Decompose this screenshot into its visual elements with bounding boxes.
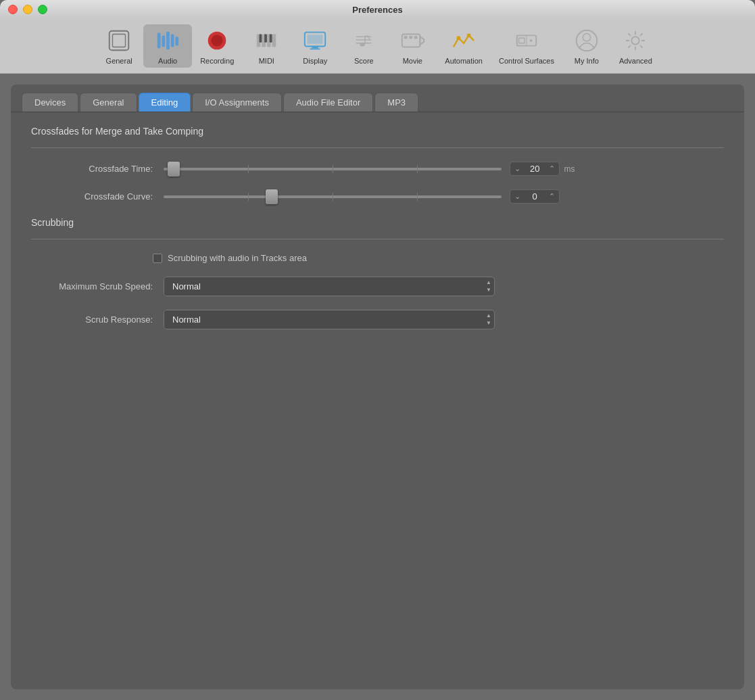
- svg-rect-25: [402, 34, 420, 47]
- tab-mp3[interactable]: MP3: [374, 93, 418, 112]
- tab-general[interactable]: General: [80, 93, 137, 112]
- toolbar-item-audio[interactable]: Audio: [143, 24, 192, 68]
- window-title: Preferences: [352, 5, 402, 15]
- toolbar-item-advanced[interactable]: Advanced: [611, 24, 660, 68]
- my-info-label: My Info: [575, 57, 599, 65]
- toolbar-item-recording[interactable]: Recording: [192, 24, 242, 68]
- automation-label: Automation: [445, 57, 483, 65]
- display-label: Display: [303, 57, 327, 65]
- svg-point-31: [467, 34, 471, 38]
- toolbar-item-display[interactable]: Display: [291, 24, 339, 68]
- toolbar-item-general[interactable]: General: [95, 24, 143, 68]
- toolbar-item-score[interactable]: Score: [339, 24, 388, 68]
- tab-devices[interactable]: Devices: [22, 93, 78, 112]
- tick: [333, 193, 333, 201]
- crossfade-time-up[interactable]: ⌃: [545, 164, 559, 174]
- toolbar-item-my-info[interactable]: My Info: [562, 24, 611, 68]
- movie-label: Movie: [403, 57, 422, 65]
- svg-rect-4: [166, 32, 170, 50]
- tick: [248, 165, 249, 173]
- crossfade-time-label: Crossfade Time:: [45, 164, 153, 174]
- scrubbing-checkbox[interactable]: [153, 254, 162, 263]
- crossfade-curve-down[interactable]: ⌄: [510, 191, 525, 202]
- display-icon: [301, 27, 328, 54]
- scrubbing-title: Scrubbing: [31, 217, 724, 228]
- my-info-icon: [573, 27, 600, 54]
- window-controls: [8, 5, 47, 14]
- max-scrub-speed-value: Normal: [164, 277, 483, 296]
- max-scrub-speed-row: Maximum Scrub Speed: Normal ▲ ▼: [31, 277, 724, 296]
- svg-rect-28: [410, 36, 413, 39]
- audio-label: Audio: [158, 57, 177, 65]
- max-scrub-speed-label: Maximum Scrub Speed:: [45, 281, 153, 291]
- svg-point-8: [212, 34, 223, 46]
- max-scrub-speed-arrows[interactable]: ▲ ▼: [483, 279, 494, 293]
- svg-rect-12: [272, 34, 276, 47]
- svg-rect-14: [264, 34, 267, 43]
- toolbar-item-midi[interactable]: MIDI: [242, 24, 291, 68]
- svg-rect-27: [404, 36, 408, 39]
- svg-rect-2: [157, 33, 161, 49]
- crossfades-title: Crossfades for Merge and Take Comping: [31, 126, 724, 137]
- automation-icon: [450, 27, 477, 54]
- tick: [417, 193, 418, 201]
- chevron-up-icon: ▲: [486, 279, 491, 286]
- advanced-label: Advanced: [619, 57, 652, 65]
- svg-rect-5: [171, 34, 174, 47]
- svg-rect-29: [414, 36, 418, 39]
- settings-panel: Devices General Editing I/O Assignments …: [11, 85, 744, 689]
- crossfade-curve-slider-container: [164, 195, 502, 198]
- crossfade-time-thumb[interactable]: [168, 162, 180, 177]
- close-button[interactable]: [8, 5, 18, 14]
- midi-label: MIDI: [259, 57, 274, 65]
- tick: [248, 193, 249, 201]
- toolbar-item-movie[interactable]: Movie: [388, 24, 437, 68]
- minimize-button[interactable]: [23, 5, 32, 14]
- scrub-response-arrows[interactable]: ▲ ▼: [483, 312, 494, 326]
- max-scrub-speed-select[interactable]: Normal ▲ ▼: [164, 277, 495, 296]
- recording-label: Recording: [200, 57, 234, 65]
- crossfades-section: Crossfades for Merge and Take Comping Cr…: [31, 126, 724, 204]
- crossfade-curve-stepper: ⌄ 0 ⌃: [510, 189, 560, 204]
- svg-marker-26: [420, 37, 424, 44]
- crossfade-time-track[interactable]: [164, 168, 502, 170]
- crossfade-curve-row: Crossfade Curve:: [31, 189, 724, 204]
- chevron-up-icon: ▲: [486, 312, 491, 319]
- toolbar-item-control-surfaces[interactable]: Control Surfaces: [491, 24, 562, 68]
- recording-icon: [203, 27, 230, 54]
- svg-point-39: [632, 37, 639, 44]
- maximize-button[interactable]: [38, 5, 47, 14]
- tab-audio-file-editor[interactable]: Audio File Editor: [283, 93, 373, 112]
- tabs-bar: Devices General Editing I/O Assignments …: [11, 85, 744, 112]
- general-icon: [105, 27, 132, 54]
- score-label: Score: [354, 57, 374, 65]
- svg-rect-6: [176, 37, 179, 45]
- movie-icon: [399, 27, 426, 54]
- scrubbing-checkbox-label: Scrubbing with audio in Tracks area: [168, 253, 307, 263]
- scrub-response-row: Scrub Response: Normal ▲ ▼: [31, 310, 724, 329]
- crossfade-time-down[interactable]: ⌄: [510, 164, 525, 174]
- tick: [417, 165, 418, 173]
- tab-editing[interactable]: Editing: [139, 93, 191, 112]
- svg-point-38: [583, 34, 590, 41]
- crossfade-curve-up[interactable]: ⌃: [545, 191, 559, 202]
- crossfade-time-stepper-box: ⌄ 20 ⌃: [510, 162, 560, 176]
- title-bar: Preferences: [0, 0, 755, 19]
- editing-tab-content: Crossfades for Merge and Take Comping Cr…: [11, 112, 744, 356]
- toolbar-item-automation[interactable]: Automation: [437, 24, 491, 68]
- crossfade-curve-thumb[interactable]: [266, 189, 278, 204]
- svg-rect-19: [310, 48, 320, 49]
- svg-rect-17: [308, 34, 323, 43]
- chevron-down-icon: ▼: [486, 320, 491, 327]
- content-area: Devices General Editing I/O Assignments …: [0, 74, 755, 700]
- crossfade-curve-stepper-box: ⌄ 0 ⌃: [510, 189, 560, 204]
- tab-io-assignments[interactable]: I/O Assignments: [192, 93, 282, 112]
- scrub-response-select[interactable]: Normal ▲ ▼: [164, 310, 495, 329]
- crossfade-curve-track[interactable]: [164, 195, 502, 198]
- control-surfaces-icon: [513, 27, 540, 54]
- svg-rect-18: [312, 47, 319, 49]
- crossfade-curve-label: Crossfade Curve:: [45, 191, 153, 202]
- svg-rect-34: [519, 38, 525, 43]
- crossfade-curve-value: 0: [525, 190, 545, 203]
- control-surfaces-label: Control Surfaces: [499, 57, 554, 65]
